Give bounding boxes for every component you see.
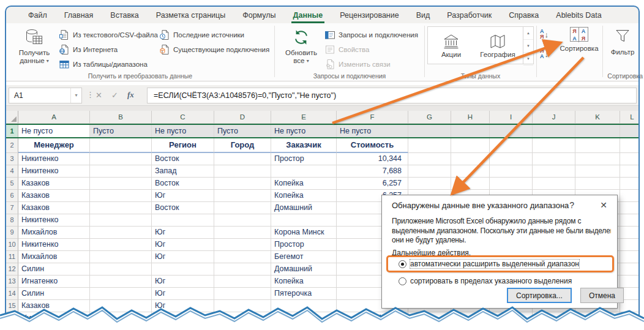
cell-E12[interactable]: Домашний	[271, 263, 337, 276]
filter-button[interactable]: Фильтр	[606, 27, 639, 56]
cell-C10[interactable]: Юг	[152, 239, 214, 251]
cell-F3[interactable]: 10,344	[337, 153, 408, 165]
cell-B10[interactable]	[90, 239, 152, 251]
cell-L7[interactable]	[620, 202, 638, 214]
cell-H1[interactable]	[451, 125, 490, 137]
gallery-scroll-down-icon[interactable]: ▼	[523, 40, 533, 53]
radio-selected-icon[interactable]	[399, 260, 406, 268]
radio-expand-selection[interactable]: автоматически расширить выделенный диапа…	[399, 260, 579, 268]
sort-ascending-button[interactable]: А Я ↓	[540, 29, 549, 40]
row-header-4[interactable]: 4	[6, 165, 18, 178]
cell-B1[interactable]: Пусто	[90, 125, 152, 137]
cell-A5[interactable]: Казаков	[18, 178, 90, 190]
cell-J2[interactable]	[533, 138, 575, 153]
column-header-B[interactable]: B	[90, 111, 152, 124]
cell-D11[interactable]	[214, 251, 271, 263]
row-header-11[interactable]: 11	[6, 251, 18, 263]
close-icon[interactable]: ✕	[600, 200, 607, 210]
row-header-2[interactable]: 2	[6, 138, 18, 153]
cell-E5[interactable]: Копейка	[271, 178, 337, 190]
cell-A16[interactable]: Никитенко	[18, 312, 90, 324]
confirm-entry-icon[interactable]: ✓	[111, 91, 118, 100]
cell-C4[interactable]: Запад	[152, 165, 214, 178]
cell-H4[interactable]	[451, 165, 490, 178]
select-all-corner[interactable]	[6, 111, 18, 124]
cell-B15[interactable]	[90, 300, 152, 312]
cell-I16[interactable]	[490, 312, 533, 324]
cell-A12[interactable]: Силин	[18, 263, 90, 276]
cell-L13[interactable]	[620, 276, 638, 288]
cell-B7[interactable]	[90, 202, 152, 214]
cell-G5[interactable]	[408, 178, 451, 190]
cell-F5[interactable]: 6,257	[337, 178, 408, 190]
cell-D6[interactable]	[214, 190, 271, 202]
cell-H5[interactable]	[451, 178, 490, 190]
column-header-L[interactable]: L	[620, 111, 638, 124]
row-header-13[interactable]: 13	[6, 276, 18, 288]
sort-confirm-button[interactable]: Сортировка...	[507, 288, 572, 303]
cancel-entry-icon[interactable]: ✕	[95, 91, 102, 100]
column-header-K[interactable]: K	[575, 111, 620, 124]
tab-data[interactable]: Данные	[285, 7, 332, 23]
cell-G16[interactable]	[408, 312, 451, 324]
cell-B3[interactable]	[90, 153, 152, 165]
cell-E16[interactable]: Простор	[271, 312, 337, 324]
tab-help[interactable]: Справка	[500, 7, 547, 23]
cell-B2[interactable]	[90, 138, 152, 153]
row-header-6[interactable]: 6	[6, 190, 18, 202]
cell-I3[interactable]	[490, 153, 533, 165]
cell-D2[interactable]: Город	[214, 138, 271, 153]
cell-C6[interactable]: Юг	[152, 190, 214, 202]
cell-I4[interactable]	[490, 165, 533, 178]
radio-unselected-icon[interactable]	[399, 277, 406, 285]
cell-A14[interactable]: Силин	[18, 288, 90, 300]
cell-D1[interactable]: Пусто	[214, 125, 271, 137]
cell-G2[interactable]	[408, 138, 451, 153]
cell-L16[interactable]	[620, 312, 638, 324]
cell-C3[interactable]: Восток	[152, 153, 214, 165]
cell-A13[interactable]: Игнатенко	[18, 276, 90, 288]
cell-A2[interactable]: Менеджер	[18, 138, 90, 153]
get-data-button[interactable]: Получить данные ▾	[12, 27, 56, 65]
cell-E11[interactable]: Бегемот	[271, 251, 337, 263]
row-header-1[interactable]: 1	[6, 125, 18, 137]
column-header-E[interactable]: E	[271, 111, 337, 124]
radio-keep-selection[interactable]: сортировать в пределах указанного выделе…	[399, 277, 572, 285]
cell-C13[interactable]: Юг	[152, 276, 214, 288]
cell-G1[interactable]	[408, 125, 451, 137]
cell-C8[interactable]	[152, 214, 214, 227]
tab-home[interactable]: Главная	[56, 7, 102, 23]
cell-D7[interactable]	[214, 202, 271, 214]
recent-sources-button[interactable]: Последние источники	[159, 28, 269, 42]
cell-L10[interactable]	[620, 239, 638, 251]
cell-J16[interactable]	[533, 312, 575, 324]
sort-dialog-button[interactable]: Я А А Я Сортировка	[557, 27, 601, 52]
cell-K5[interactable]	[575, 178, 620, 190]
cell-C5[interactable]: Восток	[152, 178, 214, 190]
cell-F16[interactable]: 12,029	[337, 312, 408, 324]
cell-K3[interactable]	[575, 153, 620, 165]
cell-D13[interactable]	[214, 276, 271, 288]
cell-E2[interactable]: Заказчик	[271, 138, 337, 153]
cell-I5[interactable]	[490, 178, 533, 190]
cell-C11[interactable]: Юг	[152, 251, 214, 263]
row-header-16[interactable]: 16	[6, 312, 18, 324]
column-header-I[interactable]: I	[490, 111, 533, 124]
column-header-H[interactable]: H	[451, 111, 490, 124]
cell-A1[interactable]: Не пусто	[18, 125, 90, 137]
from-web-button[interactable]: Из Интернета	[59, 42, 158, 57]
tab-developer[interactable]: Разработчик	[438, 7, 500, 23]
cell-C14[interactable]: Юг	[152, 288, 214, 300]
row-header-10[interactable]: 10	[6, 239, 18, 251]
existing-connections-button[interactable]: Существующие подключения	[159, 42, 269, 57]
cell-E10[interactable]: Простор	[271, 239, 337, 251]
cell-H3[interactable]	[451, 153, 490, 165]
cell-L8[interactable]	[620, 214, 638, 227]
cell-I2[interactable]	[490, 138, 533, 153]
cell-D9[interactable]	[214, 227, 271, 239]
cell-K4[interactable]	[575, 165, 620, 178]
queries-connections-button[interactable]: Запросы и подключения	[324, 28, 418, 42]
cell-J4[interactable]	[533, 165, 575, 178]
cell-A8[interactable]: Никитенко	[18, 214, 90, 227]
tab-view[interactable]: Вид	[408, 7, 439, 23]
